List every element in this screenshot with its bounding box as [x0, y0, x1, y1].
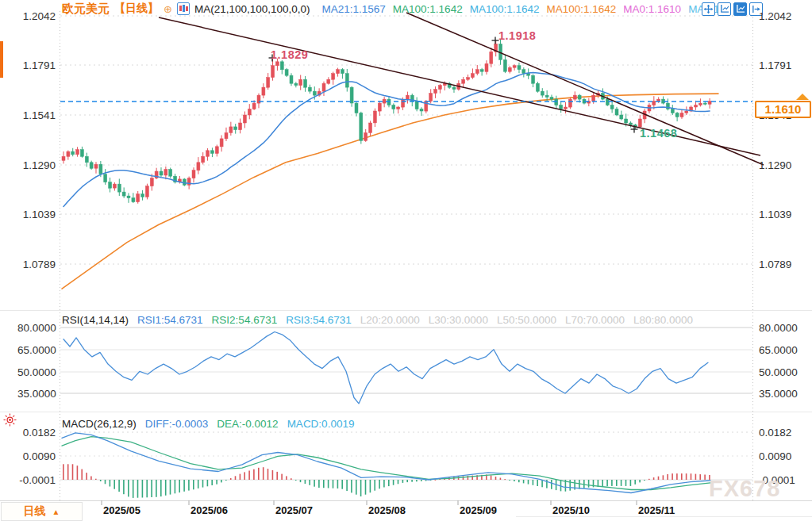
rsi-legend-item: L20:20.0000 — [360, 314, 420, 326]
ma-legend-item: MA100:1.1642 — [546, 3, 616, 15]
ma-legend-item: MA21:1.1567 — [322, 3, 386, 15]
ma-legend-item: MA100:1.1642 — [470, 3, 540, 15]
add-indicator-icon[interactable]: ⊕ — [164, 4, 172, 14]
watermark: FX678 — [709, 476, 780, 502]
period-tag: 【日线】 — [114, 2, 159, 16]
rsi-legend-item: L30:30.0000 — [429, 314, 488, 326]
x-axis-month-label: 2025/06 — [190, 504, 228, 516]
left-accent-strip — [0, 41, 3, 78]
rsi-legend-item: L80:80.0000 — [633, 314, 693, 326]
axis-scale-icon[interactable] — [718, 2, 731, 16]
symbol-title: 欧元美元 — [62, 2, 110, 17]
macd-title[interactable]: MACD(26,12,9) — [62, 418, 137, 430]
price-annotation: 1.1829 — [271, 48, 308, 61]
rsi-title[interactable]: RSI(14,14,14) — [62, 314, 129, 326]
move-crosshair-icon[interactable] — [702, 2, 715, 16]
rsi-legend-item: RSI1:54.6731 — [137, 314, 203, 326]
ma-legend: MA21:1.1567MA100:1.1642MA100:1.1642MA100… — [315, 2, 729, 16]
x-axis-month-label: 2025/10 — [552, 504, 590, 516]
price-annotation: 1.1918 — [498, 29, 536, 42]
current-price-badge: 1.1610 — [755, 101, 811, 118]
macd-header: MACD(26,12,9) DIFF:-0.0003DEA:-0.0012MAC… — [62, 418, 354, 430]
rsi-legend-item: L70:70.0000 — [565, 314, 625, 326]
macd-legend: DIFF:-0.0003DEA:-0.0012MACD:0.0019 — [137, 418, 355, 430]
macd-legend-item: DIFF:-0.0003 — [145, 418, 209, 430]
chevron-up-icon: ▲ — [52, 508, 60, 516]
axis-scale-active-icon[interactable] — [733, 2, 747, 16]
x-axis-month-label: 2025/11 — [638, 504, 675, 516]
rsi-legend-item: L50:50.0000 — [497, 314, 556, 326]
chart-window: 欧元美元 【日线】 ⊕ MA(21,100,100,100,0,0) MA21:… — [0, 0, 812, 521]
rsi-legend-item: RSI2:54.6731 — [212, 314, 278, 326]
chart-toolbar — [702, 2, 763, 16]
x-axis-month-label: 2025/05 — [103, 504, 140, 516]
ma-legend-item: MA100:1.1642 — [393, 3, 463, 15]
macd-legend-item: MACD:0.0019 — [287, 418, 355, 430]
rsi-header: RSI(14,14,14) RSI1:54.6731RSI2:54.6731RS… — [62, 314, 693, 326]
rsi-legend: RSI1:54.6731RSI2:54.6731RSI3:54.6731L20:… — [129, 314, 693, 326]
price-annotation: 1.1468 — [640, 127, 677, 140]
rsi-legend-item: RSI3:54.6731 — [286, 314, 352, 326]
x-axis-month-label: 2025/08 — [368, 504, 406, 516]
chart-canvas[interactable] — [0, 0, 812, 521]
price-arrow-up-icon — [796, 94, 809, 100]
period-selector-button[interactable]: 日线 ▲ — [1, 502, 83, 521]
period-label: 日线 — [24, 504, 46, 519]
ma-settings-label[interactable]: MA(21,100,100,100,0,0) — [194, 3, 310, 15]
macd-legend-item: DEA:-0.0012 — [217, 418, 278, 430]
drawing-tool-target-icon[interactable] — [3, 413, 17, 430]
chart-header: 欧元美元 【日线】 ⊕ MA(21,100,100,100,0,0) MA21:… — [62, 2, 728, 16]
x-axis-month-label: 2025/09 — [460, 504, 497, 516]
x-axis-month-label: 2025/07 — [275, 504, 313, 516]
kline-indicator-icon[interactable] — [177, 2, 190, 15]
ma-legend-item: MA0:1.1610 — [623, 3, 681, 15]
collapse-right-icon[interactable] — [749, 2, 763, 16]
